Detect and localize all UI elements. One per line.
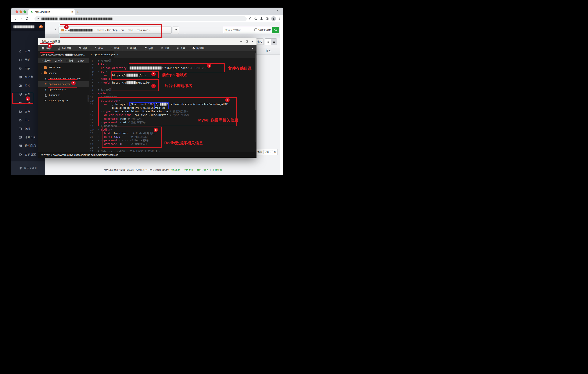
- line-number: 3: [89, 66, 93, 70]
- tree-item-log4j2-spring.xml[interactable]: log4j2-spring.xml: [38, 98, 89, 103]
- breadcrumb-collapse[interactable]: «: [65, 29, 67, 32]
- code-line-18: 18··# Redis配置¬: [89, 124, 256, 128]
- close-icon[interactable]: ×: [251, 40, 253, 43]
- footer-link-使用手册[interactable]: 使用手册: [184, 168, 193, 172]
- kebab-menu-icon[interactable]: [278, 17, 281, 20]
- traffic-light-minimize[interactable]: [20, 11, 22, 13]
- tree-item-META-INF[interactable]: ›META-INF: [38, 65, 89, 70]
- editor-tool-设置[interactable]: 设置: [173, 45, 189, 51]
- tree-expand-chevron-icon[interactable]: ›: [41, 66, 43, 69]
- search-input[interactable]: [225, 28, 253, 32]
- editor-tool-搜索[interactable]: 搜索: [91, 45, 107, 51]
- tree-item-license[interactable]: ›license: [38, 70, 89, 76]
- crumb-refresh-button[interactable]: [173, 27, 179, 34]
- folder-icon: [44, 72, 47, 74]
- editor-tool-label: 搜索: [98, 47, 103, 50]
- file-icon: [45, 99, 47, 102]
- tree-tool-新建[interactable]: 新建: [64, 59, 75, 62]
- breadcrumb-segment-main[interactable]: main: [128, 29, 133, 32]
- breadcrumb-root[interactable]: wt: [68, 29, 93, 32]
- yml-file-icon: Y: [44, 77, 47, 80]
- editor-tab-close-icon[interactable]: ✕: [117, 53, 119, 56]
- shortcut-icon: ?: [192, 47, 195, 50]
- message-count-badge[interactable]: 0: [39, 25, 43, 28]
- bookmark-star-icon[interactable]: [254, 17, 257, 20]
- line-number: 20: [89, 131, 93, 135]
- fold-marker-icon[interactable]: ▾: [93, 128, 95, 131]
- security-icon: [19, 93, 22, 96]
- editor-tab-application-dev[interactable]: Y application-dev.yml ✕: [89, 51, 114, 58]
- breadcrumb-segment-src[interactable]: src: [121, 29, 125, 32]
- breadcrumb-segment-server[interactable]: server: [97, 29, 104, 32]
- fold-marker-icon[interactable]: ▾: [93, 92, 95, 95]
- search-button[interactable]: [273, 27, 279, 33]
- new-tab-button[interactable]: +: [77, 10, 79, 14]
- traffic-light-close[interactable]: [16, 11, 18, 13]
- recycle-bin-button[interactable]: 收站: [255, 38, 264, 45]
- tree-item-application-dev.yml[interactable]: Yapplication-dev.yml: [38, 81, 89, 87]
- forward-icon[interactable]: [20, 17, 23, 20]
- tree-tool-刷新[interactable]: 刷新: [53, 59, 64, 62]
- tree-expand-chevron-icon[interactable]: ›: [41, 72, 43, 74]
- list-view-icon[interactable]: [271, 39, 277, 45]
- tree-tool-上一级[interactable]: 上一级: [40, 59, 53, 62]
- footer-link-微信公众号[interactable]: 微信公众号: [197, 168, 209, 172]
- back-icon[interactable]: [14, 17, 17, 20]
- grid-view-icon[interactable]: [265, 39, 271, 45]
- tree-item-application-dev-example.yml[interactable]: Yapplication-dev-example.yml: [38, 76, 89, 81]
- share-icon[interactable]: [249, 17, 252, 20]
- tree-tool-label: 新建: [69, 59, 73, 62]
- sidebar-toggle-icon[interactable]: [266, 17, 269, 20]
- : [93, 103, 95, 106]
- browser-tab[interactable]: 宝塔Linux面板 ×: [28, 9, 75, 15]
- breadcrumb-segment-resources[interactable]: resources: [137, 29, 148, 32]
- tree-tool-label: 刷新: [58, 59, 62, 62]
- editor-tool-保存[interactable]: 保存: [38, 45, 54, 51]
- line-number: 21: [89, 135, 93, 139]
- footer-link-正版查询[interactable]: 正版查询: [212, 168, 222, 172]
- scrollbar-thumb[interactable]: [255, 53, 256, 110]
- editor-tool-全部保存[interactable]: 全部保存: [54, 45, 75, 51]
- code-area[interactable]: 1# 项目配置¬2▾like:¬3··upload-directory: r/p…: [89, 58, 256, 152]
- editor-tool-替换[interactable]: 替换: [107, 45, 123, 51]
- sidebar-item-custom-menu[interactable]: 自定义菜单: [11, 161, 45, 175]
- extension-flask-icon[interactable]: [260, 17, 263, 20]
- save-icon: [42, 47, 44, 50]
- avatar[interactable]: [271, 16, 276, 21]
- fold-marker-icon[interactable]: ▾: [93, 150, 95, 152]
- chevron-right-icon: ›: [105, 29, 106, 32]
- crumb-back-icon[interactable]: [54, 27, 57, 31]
- editor-tool-主题[interactable]: 主题: [157, 45, 173, 51]
- maximize-icon[interactable]: [246, 40, 248, 43]
- editor-tool-跳转行[interactable]: 跳转行: [123, 45, 141, 51]
- per-page-select[interactable]: 500: [263, 150, 273, 154]
- editor-scrollbar[interactable]: [255, 53, 256, 142]
- goto-icon: [126, 47, 129, 50]
- include-subdir-checkbox[interactable]: [254, 28, 257, 31]
- minimize-icon[interactable]: [240, 40, 243, 43]
- fold-marker-icon[interactable]: ▾: [93, 63, 95, 66]
- breadcrumb-segment-like-shop[interactable]: like-shop: [107, 29, 117, 32]
- fold-marker-icon[interactable]: ▾: [93, 99, 95, 103]
- editor-tool-字体[interactable]: 字体: [141, 45, 157, 51]
- tree-item-banner.txt[interactable]: banner.txt: [38, 92, 89, 98]
- tab-close-icon[interactable]: ×: [71, 11, 73, 13]
- editor-tool-快捷键[interactable]: ?快捷键: [189, 45, 207, 51]
- editor-tool-刷新[interactable]: 刷新: [75, 45, 91, 51]
- code-line-13-wrap: -8&autoReconnect=true&useSSL=false¬: [89, 106, 256, 110]
- fold-marker-icon[interactable]: ▾: [93, 77, 95, 81]
- tree-tool-搜索[interactable]: 搜索: [75, 59, 86, 62]
- tree-item-application.yml[interactable]: Yapplication.yml: [38, 87, 89, 92]
- file-icon: [45, 94, 47, 97]
- yml-file-icon: Y: [44, 88, 47, 91]
- url-bar[interactable]: [34, 16, 247, 21]
- code-line-10: 10▾spring:¬: [89, 92, 256, 95]
- fold-marker-icon[interactable]: ▾: [93, 70, 95, 74]
- traffic-light-zoom[interactable]: [23, 11, 26, 13]
- footer-link-论坛求助[interactable]: 论坛求助: [170, 168, 180, 172]
- reload-icon[interactable]: [26, 17, 29, 20]
- chevron-right-icon: ›: [135, 29, 136, 32]
- toolbar-chevron-down-icon[interactable]: [248, 45, 256, 51]
- tab-strip-chevron-icon[interactable]: [277, 10, 280, 12]
- sidebar-item-label: 监控: [25, 84, 30, 87]
